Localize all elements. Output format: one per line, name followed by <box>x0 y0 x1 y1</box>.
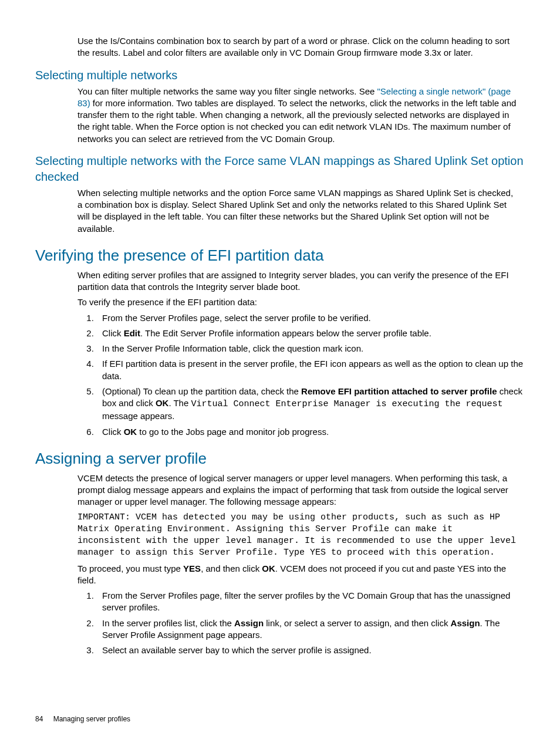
sec4-steps: From the Server Profiles page, filter th… <box>35 590 525 656</box>
list-item: In the server profiles list, click the A… <box>96 617 525 642</box>
text: In the server profiles list, click the <box>102 618 234 628</box>
sec3-steps: From the Server Profiles page, select th… <box>35 312 525 438</box>
text: , and then click <box>201 563 262 573</box>
sec3-paragraph-2: To verify the presence if the EFI partit… <box>77 296 519 308</box>
heading-assigning-server-profile: Assigning a server profile <box>35 448 525 469</box>
text: link, or select a server to assign, and … <box>264 618 450 628</box>
list-item: Click OK to go to the Jobs page and moni… <box>96 426 525 438</box>
list-item: Select an available server bay to which … <box>96 644 525 656</box>
list-item: In the Server Profile Information table,… <box>96 343 525 355</box>
list-item: Click Edit. The Edit Server Profile info… <box>96 328 525 339</box>
intro-paragraph: Use the Is/Contains combination box to s… <box>77 35 519 59</box>
bold-ok: OK <box>262 563 275 573</box>
text: You can filter multiple networks the sam… <box>77 86 377 96</box>
sec4-paragraph-2: To proceed, you must type YES, and then … <box>77 563 519 587</box>
text: to go to the Jobs page and monitor job p… <box>137 427 329 437</box>
bold-edit: Edit <box>124 328 140 338</box>
sec4-code-message: IMPORTANT: VCEM has detected you may be … <box>77 512 519 559</box>
sec2-paragraph: When selecting multiple networks and the… <box>77 187 519 235</box>
mono-message: Virtual Connect Enterprise Manager is ex… <box>191 399 502 409</box>
heading-selecting-multiple-networks: Selecting multiple networks <box>35 67 525 83</box>
bold-assign: Assign <box>234 618 264 628</box>
sec1-paragraph: You can filter multiple networks the sam… <box>77 86 519 145</box>
heading-force-vlan-mappings: Selecting multiple networks with the For… <box>35 153 525 185</box>
text: Click <box>102 328 124 338</box>
bold-ok: OK <box>156 398 169 408</box>
list-item: (Optional) To clean up the partition dat… <box>96 386 525 423</box>
list-item: From the Server Profiles page, select th… <box>96 312 525 324</box>
text: . The <box>168 398 191 408</box>
text: (Optional) To clean up the partition dat… <box>102 386 301 396</box>
list-item: If EFI partition data is present in the … <box>96 358 525 382</box>
list-item: From the Server Profiles page, filter th… <box>96 590 525 614</box>
text: Click <box>102 427 124 437</box>
text: for more information. Two tables are dis… <box>77 98 516 144</box>
bold-yes: YES <box>183 563 201 573</box>
bold-ok: OK <box>124 427 137 437</box>
text: To proceed, you must type <box>77 563 183 573</box>
text: message appears. <box>102 411 174 421</box>
sec4-paragraph-1: VCEM detects the presence of logical ser… <box>77 472 519 508</box>
bold-assign: Assign <box>451 618 480 628</box>
bold-remove-efi: Remove EFI partition attached to server … <box>301 386 497 396</box>
heading-verifying-efi: Verifying the presence of EFI partition … <box>35 245 525 266</box>
text: . The Edit Server Profile information ap… <box>140 328 431 338</box>
sec3-paragraph-1: When editing server profiles that are as… <box>77 269 519 293</box>
